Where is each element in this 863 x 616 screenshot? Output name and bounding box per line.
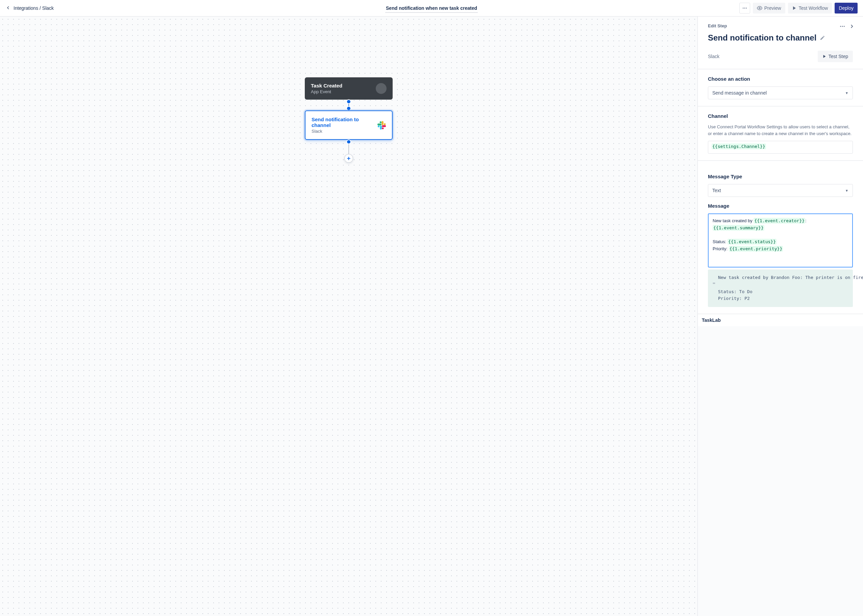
eye-icon — [757, 5, 762, 11]
svg-point-1 — [744, 8, 745, 9]
panel-header: Edit Step Send notification to channel S… — [698, 17, 863, 69]
step-title[interactable]: Send notification to channel — [708, 33, 816, 42]
svg-point-5 — [840, 26, 841, 27]
back-icon[interactable] — [5, 5, 11, 11]
message-editor[interactable]: New task created by {{1.event.creator}}:… — [708, 214, 853, 267]
app-name: Slack — [708, 54, 720, 59]
dots-icon — [742, 5, 747, 11]
text: : — [805, 218, 806, 223]
deploy-label: Deploy — [839, 5, 854, 11]
canvas-content: Task Created App Event Send notification… — [305, 77, 393, 163]
preview-text: New task created by Brandon Foo: The pri… — [718, 275, 863, 301]
panel-more-icon[interactable] — [839, 23, 846, 30]
workflow-canvas[interactable]: Task Created App Event Send notification… — [0, 17, 698, 616]
test-workflow-label: Test Workflow — [799, 5, 828, 11]
message-section: Message Type Text ▼ Message New task cre… — [698, 161, 863, 314]
deploy-button[interactable]: Deploy — [835, 3, 858, 14]
svg-point-0 — [743, 8, 744, 9]
preview-button[interactable]: Preview — [753, 3, 785, 14]
action-selected-value: Send message in channel — [712, 90, 767, 96]
side-panel: Edit Step Send notification to channel S… — [698, 17, 863, 616]
app-icon — [376, 83, 387, 94]
chevron-down-icon: ▼ — [845, 91, 849, 95]
panel-collapse-icon[interactable] — [849, 23, 855, 30]
token: {{1.event.priority}} — [729, 246, 783, 251]
token: {{settings.Channel}} — [712, 143, 766, 149]
message-type-value: Text — [712, 188, 721, 193]
play-icon — [822, 54, 827, 58]
text: Priority: — [713, 246, 729, 251]
action-select[interactable]: Send message in channel ▼ — [708, 86, 853, 99]
connector — [348, 140, 349, 154]
channel-help-text: Use Connect Portal Workflow Settings to … — [708, 124, 853, 137]
workflow-node-action[interactable]: Send notification to channel Slack — [305, 110, 393, 140]
node-subtitle: Slack — [312, 129, 378, 134]
svg-marker-4 — [793, 6, 795, 10]
breadcrumb[interactable]: Integrations / Slack — [14, 5, 54, 11]
plus-icon: + — [347, 155, 351, 162]
header-bar: Integrations / Slack Send notification w… — [0, 0, 863, 17]
text: New task created by — [713, 218, 754, 223]
slack-icon — [378, 121, 386, 130]
svg-marker-8 — [823, 55, 825, 58]
message-preview: =New task created by Brandon Foo: The pr… — [708, 269, 853, 307]
token: {{1.event.summary}} — [713, 225, 764, 231]
footer-app-tag[interactable]: TaskLab — [698, 314, 863, 326]
svg-point-7 — [844, 26, 845, 27]
chevron-down-icon: ▼ — [845, 189, 849, 193]
channel-input[interactable]: {{settings.Channel}} — [708, 141, 853, 154]
test-step-label: Test Step — [828, 54, 848, 59]
edit-step-label: Edit Step — [708, 23, 853, 28]
svg-point-2 — [746, 8, 747, 9]
equals-icon: = — [713, 280, 715, 287]
test-step-button[interactable]: Test Step — [818, 51, 853, 62]
main-area: Task Created App Event Send notification… — [0, 17, 863, 616]
more-button[interactable] — [739, 3, 750, 14]
node-title: Send notification to channel — [312, 116, 378, 128]
node-subtitle: App Event — [311, 89, 342, 94]
pencil-icon[interactable] — [820, 36, 825, 42]
section-title: Choose an action — [708, 76, 853, 82]
action-section: Choose an action Send message in channel… — [698, 69, 863, 106]
test-workflow-button[interactable]: Test Workflow — [788, 3, 832, 14]
section-title: Message — [708, 203, 853, 209]
text: Status: — [713, 239, 728, 244]
token: {{1.event.creator}} — [754, 218, 805, 223]
token: {{1.event.status}} — [728, 239, 776, 245]
svg-point-6 — [842, 26, 843, 27]
workflow-node-trigger[interactable]: Task Created App Event — [305, 77, 393, 100]
play-icon — [792, 6, 797, 11]
message-type-select[interactable]: Text ▼ — [708, 184, 853, 197]
section-title: Message Type — [708, 174, 853, 179]
add-step-button[interactable]: + — [344, 154, 353, 163]
section-title: Channel — [708, 113, 853, 119]
connector — [348, 100, 349, 110]
node-title: Task Created — [311, 83, 342, 88]
workflow-title[interactable]: Send notification when new task created — [385, 5, 478, 13]
channel-section: Channel Use Connect Portal Workflow Sett… — [698, 106, 863, 161]
svg-point-3 — [759, 8, 760, 9]
preview-label: Preview — [764, 5, 781, 11]
